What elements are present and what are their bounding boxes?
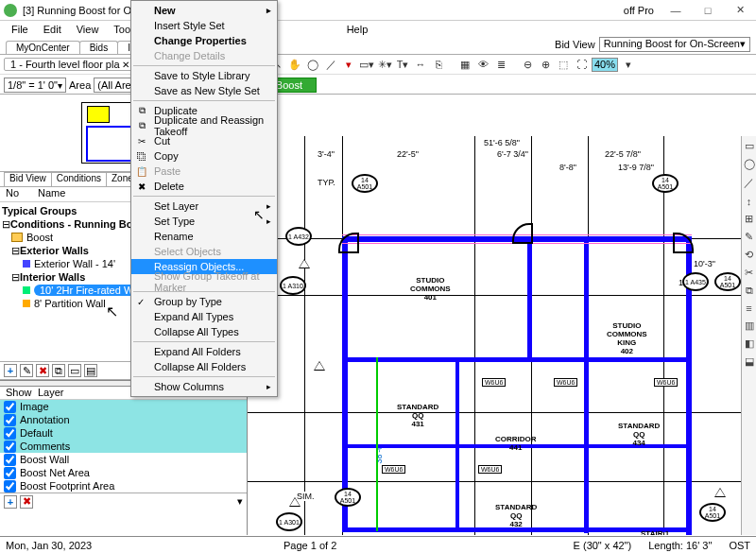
edit-button[interactable]: ✎ [20,364,33,377]
layers-col-layer: Layer [32,387,70,399]
layer-checkbox[interactable] [4,467,16,479]
layer-row-default[interactable]: Default [0,426,247,440]
tab-bid-view[interactable]: Bid View [4,172,52,186]
tree-root[interactable]: Typical Groups [2,205,77,216]
rtool-11[interactable]: ▥ [745,320,754,332]
rtool-1[interactable]: ▭ [745,140,754,152]
layer-row-boost-footprint-area[interactable]: Boost Footprint Area [0,479,247,493]
menu-item-copy[interactable]: ⿻Copy [131,148,277,164]
tool-layers-icon[interactable]: ≣ [493,57,508,72]
layer-row-image[interactable]: Image [0,400,247,413]
layer-row-comments[interactable]: Comments [0,440,247,453]
menu-item-insert-style-set[interactable]: Insert Style Set [131,18,277,33]
zoom-input[interactable]: 40% [592,58,618,72]
tool-clip-icon[interactable]: ⎘ [431,57,446,72]
zoom-in-icon[interactable]: ⊕ [538,57,553,72]
add-button[interactable]: + [4,364,17,377]
tool-area-icon[interactable]: ▭▾ [359,57,374,72]
menu-view[interactable]: View [71,23,105,36]
zoom-out-icon[interactable]: ⊖ [520,57,535,72]
rtool-12[interactable]: ◧ [745,337,754,350]
layer-add[interactable]: + [4,495,17,509]
zoom-fit-icon[interactable]: ⛶ [574,57,589,72]
rtool-8[interactable]: ✂ [745,267,753,279]
layer-checkbox[interactable] [4,427,16,440]
menu-item-cut[interactable]: ✂Cut [131,133,277,148]
col-name: Name [32,187,71,201]
close-button[interactable]: ✕ [724,0,756,21]
tab-bids[interactable]: Bids [79,41,118,54]
rtool-3[interactable]: ／ [744,176,754,190]
tool-pan-icon[interactable]: ✋ [287,57,302,72]
room-stair1: STAIR 1 403 [641,529,669,535]
delete-button[interactable]: ✖ [36,364,49,377]
menu-edit[interactable]: Edit [38,23,67,36]
layer-checkbox[interactable] [4,441,16,453]
rtool-13[interactable]: ⬓ [745,355,754,368]
tool-line-icon[interactable]: ／ [323,57,338,72]
tree-ext-wall-14[interactable]: Exterior Wall - 14' [34,258,115,269]
zoom-dropdown-icon[interactable]: ▾ [621,57,636,72]
layer-checkbox[interactable] [4,480,16,493]
menu-item-show-columns[interactable]: Show Columns [131,379,277,394]
tool-count-icon[interactable]: ✳▾ [377,57,392,72]
rtool-7[interactable]: ⟲ [745,249,753,261]
menu-item-collapse-all-folders[interactable]: Collapse All Folders [131,359,277,374]
tree-boost[interactable]: Boost [26,232,53,243]
menu-item-expand-all-types[interactable]: Expand All Types [131,309,277,324]
tool-dim-icon[interactable]: ↔ [413,57,428,72]
menu-item-change-properties[interactable]: Change Properties [131,33,277,48]
layer-collapse-icon[interactable]: ▾ [237,495,243,508]
menu-item-expand-all-folders[interactable]: Expand All Folders [131,344,277,359]
zoom-window-icon[interactable]: ⬚ [556,57,571,72]
props-button[interactable]: ▤ [84,364,97,377]
tab-myoncenter[interactable]: MyOnCenter [6,41,80,54]
rtool-2[interactable]: ◯ [744,158,755,170]
menu-item-group-by-type[interactable]: Group by Type [131,294,277,309]
rtool-6[interactable]: ✎ [745,231,753,243]
callout-1-a435: 1 A435 [682,272,709,291]
layer-row-boost-net-area[interactable]: Boost Net Area [0,466,247,479]
drawing-area[interactable]: 3'-4" 22'-5" 51'-6 5/8" 8'-8" 6'-7 3/4" … [248,95,756,535]
scale-dropdown[interactable]: 1/8" = 1' 0" ▾ [4,78,66,93]
menu-item-rename[interactable]: Rename [131,229,277,244]
dim-22-5-78: 22'-5 7/8" [605,149,641,159]
plan-tab[interactable]: 1 - Fourth level floor pla ✕ [4,58,136,71]
layer-row-annotation[interactable]: Annotation [0,413,247,426]
layer-row-boost-wall[interactable]: Boost Wall [0,453,247,466]
rtool-4[interactable]: ↕ [747,196,752,207]
rtool-10[interactable]: ≡ [746,302,751,314]
tool-grid-icon[interactable]: ▦ [457,57,472,72]
bid-view-dropdown[interactable]: Running Boost for On-Screen ▾ [599,37,750,52]
menu-item-save-to-style-library[interactable]: Save to Style Library [131,68,277,83]
tool-text-icon[interactable]: T▾ [395,57,410,72]
tree-ext-walls[interactable]: Exterior Walls [20,245,89,256]
maximize-button[interactable]: □ [692,0,724,21]
menu-item-save-as-new-style-set[interactable]: Save as New Style Set [131,83,277,98]
tree-int-walls[interactable]: Interior Walls [20,271,85,283]
layer-checkbox[interactable] [4,401,16,413]
rtool-5[interactable]: ⊞ [745,213,753,225]
menu-item-delete[interactable]: ✖Delete [131,179,277,194]
dup-button[interactable]: ⧉ [52,364,65,377]
minimize-button[interactable]: — [660,0,692,21]
layer-del[interactable]: ✖ [20,495,33,509]
tree-firewall-selected[interactable]: 10' 2Hr Fire-rated W [34,285,139,296]
rtool-9[interactable]: ⧉ [746,285,753,297]
tree-partition[interactable]: 8' Partition Wall [34,298,106,309]
layer-checkbox[interactable] [4,414,16,426]
folder-button[interactable]: ▭ [68,364,81,377]
tab-conditions[interactable]: Conditions [51,172,107,186]
dim-3-4: 3'-4" [318,149,335,159]
menu-file[interactable]: File [6,23,34,36]
menu-help[interactable]: Help [341,23,374,36]
tool-marker-icon[interactable]: ▾ [341,57,356,72]
menu-item-duplicate-and-reassign-takeoff[interactable]: ⧉Duplicate and Reassign Takeoff [131,118,277,133]
tool-lasso-icon[interactable]: ◯ [305,57,320,72]
floor-plan-canvas[interactable]: 3'-4" 22'-5" 51'-6 5/8" 8'-8" 6'-7 3/4" … [248,136,741,535]
menu-item-new[interactable]: New [131,3,277,18]
context-menu[interactable]: NewInsert Style SetChange PropertiesChan… [130,0,278,397]
layer-checkbox[interactable] [4,454,16,466]
menu-item-collapse-all-types[interactable]: Collapse All Types [131,324,277,339]
tool-visibility-icon[interactable]: 👁 [475,57,490,72]
